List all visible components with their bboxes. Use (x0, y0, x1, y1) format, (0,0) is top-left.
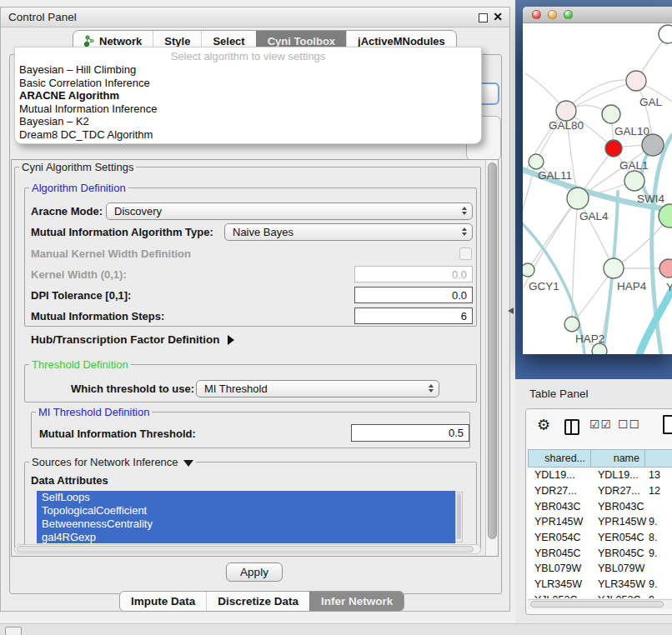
node-label-gcy1: GCY1 (529, 280, 559, 292)
attribute-item-betweennesscentrality[interactable]: BetweennessCentrality (37, 518, 455, 531)
network-node[interactable] (567, 188, 589, 209)
column-header-name[interactable]: name (591, 449, 645, 468)
table-row[interactable]: YBL079WYBL079W (528, 561, 672, 577)
mi-algorithm-type-select[interactable]: Naive Bayes (224, 223, 473, 241)
tab-discretize-data[interactable]: Discretize Data (206, 592, 309, 611)
network-node[interactable] (659, 259, 672, 278)
export-table-icon[interactable] (663, 415, 672, 434)
table-cell: YBL079W (591, 561, 645, 577)
deselect-all-checkboxes-icon[interactable]: ☐☐ (618, 418, 640, 431)
kernel-width-field[interactable] (354, 266, 473, 282)
minimize-traffic-light-icon[interactable] (548, 10, 557, 19)
table-row[interactable]: YPR145WYPR145W9. (528, 514, 672, 530)
node-attribute-table: shared...nameA YDL19...YDL19...13YDR27..… (528, 449, 672, 598)
column-header-a[interactable]: A (645, 449, 672, 468)
attribute-item-gal4rgexp[interactable]: gal4RGexp (37, 531, 455, 543)
tab-impute-data[interactable]: Impute Data (120, 592, 206, 611)
algorithm-option-bayesian-hill-climbing[interactable]: Bayesian – Hill Climbing (15, 63, 481, 77)
column-header-shared-[interactable]: shared... (528, 449, 591, 468)
algorithm-option-basic-correlation-inference[interactable]: Basic Correlation Inference (15, 77, 481, 90)
threshold-definition-label: Threshold Definition (29, 358, 131, 371)
apply-button[interactable]: Apply (226, 562, 283, 582)
attributes-scrollbar-thumb[interactable] (457, 493, 461, 539)
table-cell: 9. (645, 514, 672, 530)
mi-steps-field[interactable] (354, 308, 473, 324)
mi-threshold-field[interactable] (351, 424, 469, 442)
network-node[interactable] (529, 154, 544, 169)
manual-kernel-width-checkbox[interactable] (459, 248, 472, 260)
settings-horizontal-scrollbar[interactable] (14, 544, 481, 554)
table-row[interactable]: YBR045CYBR045C9. (528, 545, 672, 561)
network-node[interactable] (564, 317, 579, 332)
table-cell: 9. (645, 545, 672, 561)
table-cell: 9 (645, 592, 672, 599)
table-cell: YDL19... (528, 468, 591, 483)
minimized-panel-icon[interactable] (5, 627, 22, 635)
vertical-scrollbar-thumb[interactable] (488, 162, 497, 539)
table-row[interactable]: YLR345WYLR345W9. (528, 577, 672, 592)
node-label-gal10: GAL10 (614, 125, 649, 138)
network-node[interactable] (604, 258, 624, 278)
bottom-panel-strip (0, 623, 672, 635)
network-node[interactable] (659, 25, 672, 43)
dpi-tolerance-label: DPI Tolerance [0,1]: (31, 289, 131, 302)
tab-label: Cyni Toolbox (268, 35, 335, 48)
network-view-window[interactable]: GALGAL80GAL10GAL11GAL1SWI4GAL4GCY1HAP4YH… (523, 7, 672, 354)
zoom-traffic-light-icon[interactable] (564, 10, 573, 19)
network-node[interactable] (556, 101, 576, 121)
algorithm-dropdown-hint: Select algorithm to view settings (15, 49, 481, 63)
network-node[interactable] (605, 140, 622, 157)
tab-label: Select (213, 35, 244, 48)
network-graph: GALGAL80GAL10GAL11GAL1SWI4GAL4GCY1HAP4YH… (523, 23, 672, 354)
table-row[interactable]: YDR27...YDR27...12 (528, 483, 672, 499)
algorithm-option-mutual-information-inference[interactable]: Mutual Information Inference (15, 102, 481, 116)
table-row[interactable]: YBR043CYBR043C (528, 498, 672, 514)
network-node[interactable] (624, 171, 644, 191)
algorithm-option-aracne-algorithm[interactable]: ARACNE Algorithm (15, 89, 481, 102)
data-attributes-list[interactable]: SelfLoopsTopologicalCoefficientBetweenne… (37, 491, 455, 543)
table-row[interactable]: YDL19...YDL19...13 (528, 468, 672, 483)
node-label-hap2: HAP2 (575, 332, 604, 345)
network-node[interactable] (602, 105, 620, 123)
settings-vertical-scrollbar[interactable] (485, 160, 498, 556)
mi-steps-label: Mutual Information Steps: (31, 310, 164, 322)
sources-expander[interactable]: Sources for Network Inference (29, 456, 196, 468)
close-icon[interactable]: ✕ (493, 10, 503, 23)
attribute-item-topologicalcoefficient[interactable]: TopologicalCoefficient (37, 504, 455, 518)
float-window-icon[interactable] (479, 13, 488, 22)
table-cell: YBL079W (528, 561, 591, 577)
spinner-arrows-icon (462, 228, 467, 236)
aracne-mode-select[interactable]: Discovery (106, 202, 473, 220)
horizontal-scrollbar-thumb[interactable] (17, 546, 474, 552)
column-layout-icon[interactable] (564, 419, 579, 435)
hub-definition-expander[interactable]: Hub/Transcription Factor Definition (31, 333, 234, 346)
table-row[interactable]: YER054CYER054C8. (528, 530, 672, 546)
network-node[interactable] (523, 263, 534, 277)
gear-icon[interactable]: ⚙ (537, 416, 550, 434)
attributes-list-scrollbar[interactable] (455, 492, 463, 542)
table-scrollbar-thumb[interactable] (530, 601, 664, 608)
network-edge[interactable] (578, 198, 614, 268)
table-horizontal-scrollbar[interactable] (528, 599, 672, 609)
tab-label: Network (99, 35, 142, 48)
data-attributes-label: Data Attributes (31, 474, 108, 487)
table-cell: 8. (645, 530, 672, 546)
network-canvas[interactable]: GALGAL80GAL10GAL11GAL1SWI4GAL4GCY1HAP4YH… (523, 23, 672, 354)
select-all-checkboxes-icon[interactable]: ☑☑ (589, 418, 612, 431)
table-row[interactable]: YJL052CYJL052C9 (528, 592, 672, 599)
algorithm-option-dream8-dc-tdc-algorithm[interactable]: Dream8 DC_TDC Algorithm (15, 128, 481, 142)
spinner-arrows-icon (462, 207, 467, 215)
node-label-gal80: GAL80 (549, 119, 584, 132)
mi-algorithm-type-label: Mutual Information Algorithm Type: (31, 226, 213, 238)
dpi-tolerance-field[interactable] (354, 287, 473, 303)
cyni-bottom-tab-bar: Impute DataDiscretize DataInfer Network (119, 591, 404, 612)
node-label-y: Y (666, 281, 672, 293)
network-node[interactable] (626, 71, 646, 91)
algorithm-option-bayesian-k2[interactable]: Bayesian – K2 (15, 115, 481, 128)
control-panel-window: Control Panel ✕ NetworkStyleSelectCyni T… (0, 7, 510, 612)
attribute-item-selfloops[interactable]: SelfLoops (37, 491, 455, 504)
tab-infer-network[interactable]: Infer Network (309, 592, 404, 611)
network-window-titlebar[interactable] (523, 7, 672, 23)
close-traffic-light-icon[interactable] (532, 10, 541, 19)
which-threshold-select[interactable]: MI Threshold (196, 380, 439, 398)
